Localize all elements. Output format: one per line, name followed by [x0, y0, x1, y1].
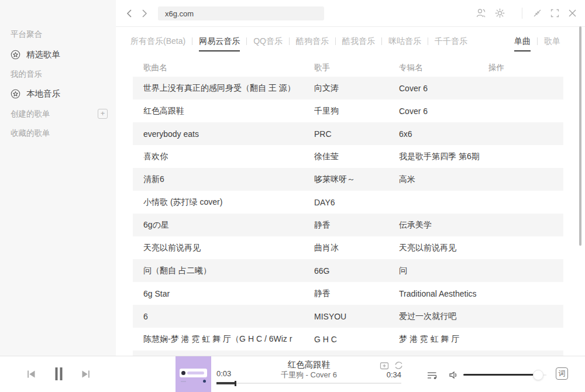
album-cell: 梦 港 霓 虹 舞 厅	[399, 334, 488, 345]
album-art-text-pill	[187, 372, 204, 374]
tab-separator	[537, 37, 538, 45]
desktop-lyrics-toggle[interactable]: 词	[556, 367, 568, 380]
speaker-icon	[448, 369, 460, 381]
song-name-cell: 红色高跟鞋	[133, 106, 314, 116]
table-row[interactable]: 陈慧娴-梦 港 霓 虹 舞 厅（G H C / 6Wiz rG H C梦 港 霓…	[133, 328, 563, 350]
tab-separator	[335, 37, 336, 45]
gear-icon[interactable]	[494, 8, 505, 19]
add-to-playlist-button[interactable]	[379, 360, 390, 371]
volume-slider[interactable]	[463, 369, 546, 381]
tab-source-4[interactable]: 酷狗音乐	[296, 36, 329, 51]
tab-source-6[interactable]: 咪咕音乐	[388, 36, 421, 51]
table-row[interactable]: 6MISYOU爱过一次就行吧	[133, 305, 563, 328]
song-name-cell: 喜欢你	[133, 152, 314, 162]
create-playlist-add-button[interactable]: +	[98, 109, 108, 119]
tab-mode-2[interactable]: 歌单	[544, 36, 560, 51]
progress-track	[216, 383, 401, 384]
table-row[interactable]: 6g Star静香Traditional Aesthetics	[133, 282, 563, 305]
table-row[interactable]: 清新6哆莱咪呀～高米	[133, 168, 563, 191]
now-playing-title[interactable]: 红色高跟鞋	[234, 359, 384, 370]
star-circle-icon	[11, 89, 20, 99]
next-track-button[interactable]	[80, 369, 91, 380]
album-cell: Cover 6	[399, 84, 488, 93]
loop-icon	[394, 360, 404, 370]
song-name-cell: 6	[133, 312, 314, 321]
progress-handle[interactable]	[235, 381, 236, 386]
artist-cell: 向文涛	[314, 83, 399, 94]
album-art-badge	[203, 380, 206, 383]
sidebar-item-label: 本地音乐	[26, 88, 60, 99]
column-header: 操作	[488, 63, 563, 73]
tab-source-5[interactable]: 酷我音乐	[342, 36, 375, 51]
playlist-button[interactable]	[426, 370, 438, 381]
loop-mode-button[interactable]	[394, 360, 404, 370]
forward-button[interactable]	[138, 8, 150, 19]
scrollbar-thumb[interactable]	[579, 26, 581, 246]
sidebar-item-4[interactable]: 本地音乐	[0, 88, 116, 99]
song-name-cell: 6g Star	[133, 289, 314, 298]
progress-fill	[216, 382, 236, 384]
tab-source-7[interactable]: 千千音乐	[435, 36, 467, 51]
user-icon[interactable]	[476, 8, 487, 19]
artist-cell: 千里狗	[314, 106, 399, 116]
column-header: 专辑名	[399, 63, 488, 73]
volume-icon[interactable]	[448, 369, 460, 381]
close-icon[interactable]	[567, 8, 578, 19]
table-row[interactable]: 问（翻自 占二曦）66G问	[133, 259, 563, 282]
source-tabs: 所有音乐(Beta)网易云音乐QQ音乐酷狗音乐酷我音乐咪咕音乐千千音乐	[130, 36, 467, 51]
search-input[interactable]	[158, 6, 324, 20]
volume-handle[interactable]	[533, 370, 543, 380]
chevron-right-icon	[138, 8, 150, 19]
sidebar-item-label: 我的音乐	[11, 69, 42, 80]
sidebar-item-label: 精选歌单	[26, 49, 60, 60]
table-header: 歌曲名歌手专辑名操作	[133, 59, 563, 77]
now-playing-artist-album[interactable]: 千里狗 - Cover 6	[234, 370, 384, 380]
table-row[interactable]: 喜欢你徐佳莹我是歌手第四季 第6期	[133, 145, 563, 168]
sidebar-items: 平台聚合精选歌单我的音乐本地音乐创建的歌单+收藏的歌单	[0, 29, 116, 139]
tab-source-3[interactable]: QQ音乐	[253, 36, 283, 51]
chevron-left-icon	[124, 8, 136, 19]
progress-bar[interactable]	[216, 380, 401, 387]
sidebar-item-label: 创建的歌单	[11, 109, 50, 119]
sidebar: 平台聚合精选歌单我的音乐本地音乐创建的歌单+收藏的歌单	[0, 0, 116, 356]
fullscreen-icon[interactable]	[549, 8, 560, 19]
table-row[interactable]: 6gの星静香伝承美学	[133, 214, 563, 236]
sidebar-item-label: 平台聚合	[11, 29, 42, 40]
table-row[interactable]: 天亮以前说再见曲肖冰天亮以前说再见	[133, 236, 563, 259]
shrink-window-icon[interactable]	[532, 8, 543, 19]
album-art-mark	[181, 381, 186, 382]
tab-mode-1[interactable]: 单曲	[514, 36, 531, 51]
album-cell: 我是歌手第四季 第6期	[399, 152, 488, 162]
column-header: 歌曲名	[133, 63, 314, 73]
table-row[interactable]: 小情歌 (苏打绿 cover)DAY6	[133, 191, 563, 214]
sidebar-item-3[interactable]: 我的音乐	[0, 68, 116, 80]
playlist-icon	[426, 370, 438, 381]
sidebar-item-5[interactable]: 创建的歌单+	[0, 108, 116, 119]
table-row[interactable]: 世界上没有真正的感同身受（翻自 王 源）向文涛Cover 6	[133, 77, 563, 99]
sidebar-item-1[interactable]: 平台聚合	[0, 29, 116, 40]
back-button[interactable]	[124, 8, 136, 19]
album-cell: 爱过一次就行吧	[399, 311, 488, 322]
table-row[interactable]: everybody eatsPRC6x6	[133, 122, 563, 145]
table-row[interactable]: 红色高跟鞋千里狗Cover 6	[133, 99, 563, 122]
album-cell: Traditional Aesthetics	[399, 289, 488, 298]
song-name-cell: 小情歌 (苏打绿 cover)	[133, 197, 314, 208]
song-name-cell: 6gの星	[133, 220, 314, 231]
topbar-divider	[522, 8, 522, 19]
sidebar-item-2[interactable]: 精选歌单	[0, 49, 116, 60]
previous-track-button[interactable]	[26, 369, 37, 380]
tab-source-2[interactable]: 网易云音乐	[199, 36, 240, 51]
pause-button[interactable]	[52, 366, 66, 381]
album-cell: 高米	[399, 174, 488, 185]
column-header: 歌手	[314, 63, 399, 73]
artist-cell: PRC	[314, 129, 399, 139]
app-window: 平台聚合精选歌单我的音乐本地音乐创建的歌单+收藏的歌单	[0, 0, 585, 392]
artist-cell: MISYOU	[314, 312, 399, 321]
sidebar-item-6[interactable]: 收藏的歌单	[0, 128, 116, 139]
album-art[interactable]	[176, 356, 211, 392]
album-cell: 伝承美学	[399, 220, 488, 231]
song-name-cell: 天亮以前说再见	[133, 243, 314, 253]
tab-source-1[interactable]: 所有音乐(Beta)	[130, 36, 185, 51]
table-row-partial[interactable]	[133, 350, 563, 356]
current-time: 0:03	[216, 369, 231, 378]
